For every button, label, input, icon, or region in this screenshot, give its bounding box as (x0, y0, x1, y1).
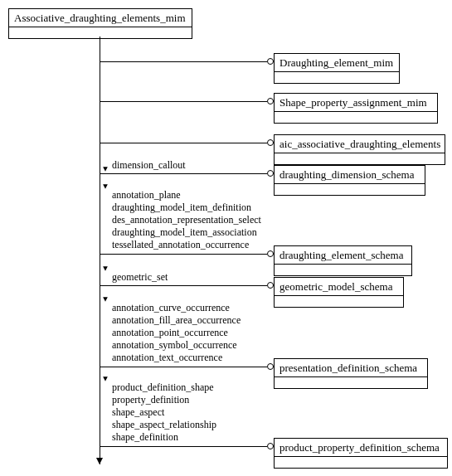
target-title-5: geometric_model_schema (275, 278, 403, 295)
endpoint-circle-4 (267, 250, 274, 257)
target-title-0: Draughting_element_mim (275, 54, 399, 71)
hline-7 (100, 446, 267, 447)
target-box-0: Draughting_element_mim (274, 53, 400, 84)
label-group-1: dimension_callout (112, 159, 186, 172)
target-box-2: aic_associative_draughting_elements (274, 134, 445, 165)
label-group-3: geometric_set (112, 271, 168, 284)
g2-3: draughting_model_item_association (112, 226, 261, 239)
g4-4: annotation_text_occurrence (112, 352, 241, 364)
hline-1 (100, 101, 267, 102)
target-title-4: draughting_element_schema (275, 246, 411, 264)
hline-4 (100, 254, 267, 255)
label-group-2: annotation_plane draughting_model_item_d… (112, 189, 261, 251)
target-box-1: Shape_property_assignment_mim (274, 93, 438, 124)
g4-1: annotation_fill_area_occurrence (112, 314, 241, 327)
hline-6 (100, 367, 267, 367)
endpoint-circle-2 (267, 139, 274, 146)
label-group-5: product_definition_shape property_defini… (112, 381, 216, 444)
tick-3-icon (103, 266, 108, 271)
label-group-4: annotation_curve_occurrence annotation_f… (112, 302, 241, 364)
endpoint-circle-1 (267, 98, 274, 104)
target-title-2: aic_associative_draughting_elements (275, 135, 445, 153)
tick-4-icon (103, 297, 108, 302)
target-title-7: product_property_definition_schema (275, 439, 447, 456)
tick-1-icon (103, 167, 108, 172)
g2-0: annotation_plane (112, 189, 261, 202)
target-box-3: draughting_dimension_schema (274, 165, 425, 196)
g5-4: shape_definition (112, 431, 216, 444)
g4-0: annotation_curve_occurrence (112, 302, 241, 314)
g2-4: tessellated_annotation_occurrence (112, 239, 261, 251)
tick-2-icon (103, 184, 108, 189)
root-box: Associative_draughting_elements_mim (8, 8, 192, 39)
hline-5 (100, 285, 267, 286)
endpoint-circle-3 (267, 170, 274, 177)
diagram-canvas: Associative_draughting_elements_mim Drau… (0, 0, 452, 476)
g5-2: shape_aspect (112, 406, 216, 419)
g2-1: draughting_model_item_definition (112, 202, 261, 214)
g4-3: annotation_symbol_occurrence (112, 339, 241, 352)
tick-5-icon (103, 376, 108, 381)
g5-1: property_definition (112, 394, 216, 406)
endpoint-circle-7 (267, 443, 274, 449)
target-box-6: presentation_definition_schema (274, 358, 428, 389)
g2-2: des_annotation_representation_select (112, 214, 261, 226)
target-title-1: Shape_property_assignment_mim (275, 94, 437, 111)
target-title-3: draughting_dimension_schema (275, 166, 425, 183)
target-box-5: geometric_model_schema (274, 277, 404, 308)
g4-2: annotation_point_occurrence (112, 327, 241, 339)
endpoint-circle-0 (267, 58, 274, 65)
hline-2 (100, 143, 267, 143)
endpoint-circle-6 (267, 363, 274, 370)
target-title-6: presentation_definition_schema (275, 359, 427, 376)
hline-3 (100, 173, 267, 174)
g1-0: dimension_callout (112, 159, 186, 172)
g5-3: shape_aspect_relationship (112, 419, 216, 431)
endpoint-circle-5 (267, 282, 274, 289)
target-box-7: product_property_definition_schema (274, 438, 448, 469)
g3-0: geometric_set (112, 271, 168, 284)
target-box-4: draughting_element_schema (274, 245, 412, 276)
main-arrowhead-icon (96, 458, 103, 464)
hline-0 (100, 61, 267, 62)
root-title: Associative_draughting_elements_mim (9, 9, 192, 27)
g5-0: product_definition_shape (112, 381, 216, 394)
